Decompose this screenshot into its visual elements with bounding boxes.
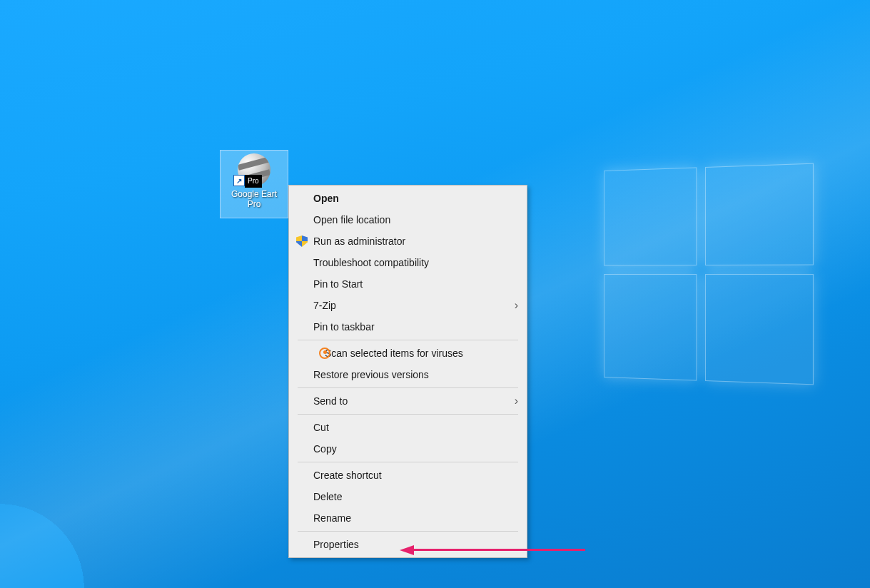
pro-badge: Pro (245, 175, 262, 188)
shortcut-arrow-icon: ↗ (233, 175, 245, 186)
menu-pin-to-taskbar[interactable]: Pin to taskbar (290, 316, 525, 338)
menu-create-shortcut[interactable]: Create shortcut (290, 465, 525, 486)
chevron-right-icon: › (515, 395, 518, 407)
menu-cut[interactable]: Cut (290, 417, 525, 438)
menu-separator (298, 340, 518, 340)
menu-separator (298, 531, 518, 532)
menu-open-file-location[interactable]: Open file location (290, 209, 525, 230)
menu-troubleshoot-compatibility[interactable]: Troubleshoot compatibility (290, 252, 525, 273)
shield-icon (296, 235, 308, 247)
menu-properties[interactable]: Properties (290, 534, 525, 555)
menu-delete[interactable]: Delete (290, 486, 525, 507)
menu-send-to[interactable]: Send to › (290, 390, 525, 412)
desktop[interactable]: ↗ Pro Google EartPro Open Open file loca… (0, 0, 870, 588)
desktop-icon-google-earth-pro[interactable]: ↗ Pro Google EartPro (220, 150, 288, 218)
menu-7zip[interactable]: 7-Zip › (290, 295, 525, 316)
windows-logo (604, 163, 814, 385)
menu-separator (298, 414, 518, 415)
menu-scan-for-viruses[interactable]: Scan selected items for viruses (290, 343, 525, 364)
menu-open[interactable]: Open (290, 188, 525, 209)
icon-overlay: ↗ Pro (233, 175, 262, 188)
antivirus-icon (319, 348, 330, 359)
chevron-right-icon: › (515, 299, 518, 312)
menu-separator (298, 387, 518, 388)
menu-restore-previous-versions[interactable]: Restore previous versions (290, 364, 525, 385)
menu-run-as-administrator[interactable]: Run as administrator (290, 230, 525, 252)
menu-copy[interactable]: Copy (290, 438, 525, 460)
menu-rename[interactable]: Rename (290, 507, 525, 529)
menu-separator (298, 462, 518, 462)
context-menu: Open Open file location Run as administr… (288, 185, 527, 558)
menu-pin-to-start[interactable]: Pin to Start (290, 273, 525, 295)
desktop-icon-label: Google EartPro (231, 189, 277, 209)
